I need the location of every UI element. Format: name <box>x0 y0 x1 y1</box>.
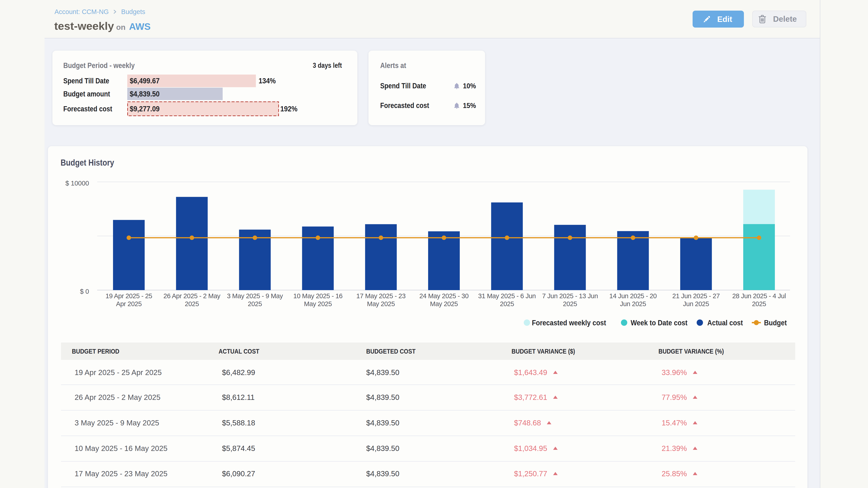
svg-text:$ 10000: $ 10000 <box>65 180 89 187</box>
svg-text:10 May 2025 - 16: 10 May 2025 - 16 <box>293 292 343 300</box>
svg-text:7 Jun 2025 - 13 Jun: 7 Jun 2025 - 13 Jun <box>542 292 598 300</box>
svg-text:24 May 2025 - 30: 24 May 2025 - 30 <box>419 292 469 300</box>
svg-text:May 2025: May 2025 <box>430 300 458 307</box>
svg-text:2025: 2025 <box>752 300 766 307</box>
svg-text:2025: 2025 <box>248 300 262 307</box>
svg-text:Jun 2025: Jun 2025 <box>620 300 646 307</box>
svg-text:Jun 2025: Jun 2025 <box>683 300 709 307</box>
svg-text:2025: 2025 <box>563 300 577 307</box>
svg-text:21 Jun 2025 - 27: 21 Jun 2025 - 27 <box>672 292 720 300</box>
svg-text:2025: 2025 <box>185 300 199 307</box>
svg-text:28 Jun 2025 - 4 Jul: 28 Jun 2025 - 4 Jul <box>732 292 786 300</box>
svg-text:2025: 2025 <box>500 300 514 307</box>
svg-text:May 2025: May 2025 <box>367 300 395 307</box>
svg-text:17 May 2025 - 23: 17 May 2025 - 23 <box>356 292 405 300</box>
svg-text:26 Apr 2025 - 2 May: 26 Apr 2025 - 2 May <box>163 292 221 300</box>
svg-text:31 May 2025 - 6 Jun: 31 May 2025 - 6 Jun <box>478 292 536 300</box>
svg-text:14 Jun 2025 - 20: 14 Jun 2025 - 20 <box>610 292 657 300</box>
svg-text:$ 0: $ 0 <box>80 288 89 295</box>
svg-text:3 May 2025 - 9 May: 3 May 2025 - 9 May <box>227 292 283 300</box>
svg-text:May 2025: May 2025 <box>304 300 332 307</box>
svg-text:Apr 2025: Apr 2025 <box>116 300 142 307</box>
svg-text:19 Apr 2025 - 25: 19 Apr 2025 - 25 <box>105 292 152 300</box>
